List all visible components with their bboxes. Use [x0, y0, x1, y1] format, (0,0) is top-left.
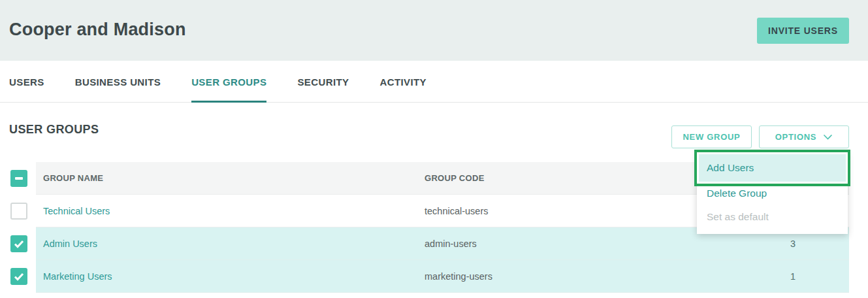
group-name-link[interactable]: Technical Users: [43, 206, 110, 216]
options-button[interactable]: OPTIONS: [759, 125, 849, 148]
group-users-count: 1: [783, 271, 803, 282]
group-code-cell: marketing-users: [425, 271, 492, 282]
options-button-label: OPTIONS: [775, 132, 816, 142]
user-management-screen: Cooper and Madison INVITE USERS USERS BU…: [0, 0, 868, 298]
header-checkbox-cell: [0, 162, 36, 195]
column-header-group-name: GROUP NAME: [36, 173, 103, 183]
options-dropdown-menu: Add Users Delete Group Set as default: [697, 152, 848, 234]
menu-item-delete-group[interactable]: Delete Group: [697, 182, 848, 205]
tab-user-groups[interactable]: USER GROUPS: [191, 61, 266, 103]
select-all-checkbox-indeterminate[interactable]: [10, 170, 27, 187]
group-name-link[interactable]: Marketing Users: [43, 271, 112, 282]
tab-security[interactable]: SECURITY: [297, 61, 349, 103]
section-title: USER GROUPS: [9, 123, 99, 137]
column-header-group-code: GROUP CODE: [425, 173, 485, 183]
row-checkbox-cell: [0, 195, 36, 227]
tab-bar: USERS BUSINESS UNITS USER GROUPS SECURIT…: [0, 61, 868, 103]
page-header: Cooper and Madison INVITE USERS: [0, 0, 868, 61]
tab-business-units[interactable]: BUSINESS UNITS: [75, 61, 161, 103]
check-icon: [14, 240, 24, 248]
chevron-down-icon: [823, 134, 833, 140]
row-checkbox-unchecked[interactable]: [10, 203, 27, 220]
group-users-count: 3: [783, 239, 803, 249]
row-checkbox-checked[interactable]: [10, 235, 27, 252]
group-code-cell: admin-users: [425, 239, 477, 249]
new-group-button[interactable]: NEW GROUP: [671, 125, 752, 148]
row-checkbox-cell: [0, 260, 36, 293]
group-code-cell: technical-users: [425, 206, 489, 216]
invite-users-button[interactable]: INVITE USERS: [757, 18, 849, 44]
menu-item-set-as-default: Set as default: [697, 205, 848, 229]
new-group-button-label: NEW GROUP: [683, 132, 741, 142]
group-name-link[interactable]: Admin Users: [43, 239, 97, 249]
tab-users[interactable]: USERS: [9, 61, 44, 103]
row-checkbox-cell: [0, 227, 36, 260]
page-title: Cooper and Madison: [9, 20, 186, 40]
tab-activity[interactable]: ACTIVITY: [379, 61, 426, 103]
table-row: Marketing Users marketing-users 1: [0, 260, 868, 293]
check-icon: [14, 273, 24, 281]
menu-item-add-users[interactable]: Add Users: [699, 154, 846, 182]
indeterminate-dash-icon: [15, 177, 23, 180]
row-checkbox-checked[interactable]: [10, 268, 27, 285]
